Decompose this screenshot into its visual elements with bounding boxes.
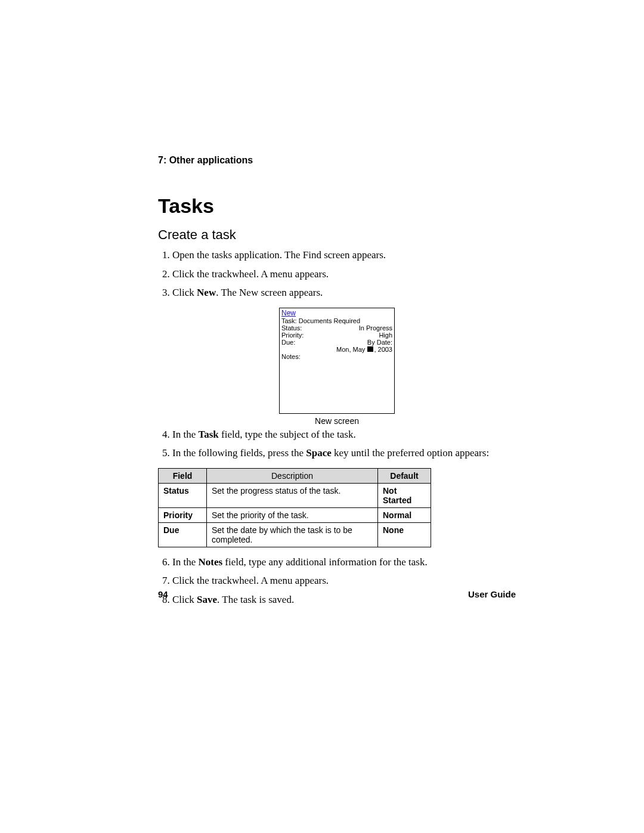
screenshot-label: Due:	[281, 339, 295, 346]
table-header: Default	[378, 468, 431, 483]
table-cell-default: Not Started	[378, 483, 431, 507]
step-item: In the following fields, press the Space…	[172, 445, 516, 461]
screenshot-date-row: Mon, May , 2003	[281, 346, 392, 353]
step-text: Click	[172, 287, 197, 298]
step-item: Click New. The New screen appears.	[172, 285, 516, 301]
page-footer: 94 User Guide	[158, 589, 516, 599]
step-item: Click the trackwheel. A menu appears.	[172, 573, 516, 589]
step-text: field, type the subject of the task.	[219, 429, 356, 440]
screenshot-caption: New screen	[158, 416, 516, 426]
screenshot-value: Documents Required	[299, 317, 360, 324]
section-title: Tasks	[158, 194, 516, 218]
date-prefix: Mon, May	[336, 346, 367, 353]
step-item: In the Task field, type the subject of t…	[172, 427, 516, 442]
step-bold: Notes	[198, 556, 222, 568]
table-header: Description	[207, 468, 378, 483]
step-text: Click the trackwheel. A menu appears.	[172, 575, 329, 586]
table-cell-desc: Set the date by which the task is to be …	[207, 522, 378, 547]
step-text: In the	[172, 556, 198, 568]
table-row: Due Set the date by which the task is to…	[159, 522, 431, 547]
document-page: 7: Other applications Tasks Create a tas…	[0, 0, 644, 833]
step-item: Open the tasks application. The Find scr…	[172, 247, 516, 263]
step-item: In the Notes field, type any additional …	[172, 555, 516, 570]
step-text: In the following fields, press the	[172, 447, 306, 459]
subsection-title: Create a task	[158, 227, 516, 243]
page-number: 94	[158, 589, 168, 599]
table-row: Priority Set the priority of the task. N…	[159, 507, 431, 522]
table-cell-field: Priority	[159, 507, 207, 522]
step-text: Open the tasks application. The Find scr…	[172, 249, 386, 261]
table-header-row: Field Description Default	[159, 468, 431, 483]
screenshot-label: Task:	[281, 317, 297, 324]
device-screenshot: New Task: Documents Required Status:In P…	[279, 308, 395, 414]
table-cell-field: Status	[159, 483, 207, 507]
step-text: key until the preferred option appears:	[332, 447, 489, 459]
table-header: Field	[159, 468, 207, 483]
steps-list-2: In the Task field, type the subject of t…	[158, 427, 516, 461]
screenshot-row: Status:In Progress	[281, 324, 392, 332]
step-bold: Space	[306, 447, 332, 459]
screenshot-value: By Date:	[367, 339, 392, 346]
table-cell-default: None	[378, 522, 431, 547]
screenshot-date: Mon, May , 2003	[336, 346, 392, 353]
table-cell-desc: Set the progress status of the task.	[207, 483, 378, 507]
screenshot-title: New	[281, 309, 392, 317]
table-cell-field: Due	[159, 522, 207, 547]
screenshot-row: Priority:High	[281, 332, 392, 339]
screenshot-figure: New Task: Documents Required Status:In P…	[158, 308, 516, 426]
screenshot-notes-row: Notes:	[281, 353, 392, 360]
doc-title-footer: User Guide	[468, 589, 516, 599]
screenshot-value: High	[379, 332, 392, 339]
step-text: Click the trackwheel. A menu appears.	[172, 268, 329, 280]
table-cell-desc: Set the priority of the task.	[207, 507, 378, 522]
step-text: In the	[172, 429, 198, 440]
step-item: Click the trackwheel. A menu appears.	[172, 267, 516, 282]
screenshot-row: Due:By Date:	[281, 339, 392, 346]
screenshot-task-row: Task: Documents Required	[281, 317, 392, 324]
screenshot-label: Priority:	[281, 332, 304, 339]
step-bold: Task	[198, 429, 218, 440]
screenshot-value: In Progress	[359, 324, 392, 332]
chapter-header: 7: Other applications	[158, 155, 516, 166]
table-cell-default: Normal	[378, 507, 431, 522]
step-text: . The New screen appears.	[216, 287, 323, 298]
calendar-icon	[367, 346, 373, 352]
steps-list-1: Open the tasks application. The Find scr…	[158, 247, 516, 301]
screenshot-label: Status:	[281, 324, 302, 332]
table-row: Status Set the progress status of the ta…	[159, 483, 431, 507]
step-text: field, type any additional information f…	[222, 556, 428, 568]
date-suffix: , 2003	[374, 346, 392, 353]
step-bold: New	[197, 287, 216, 298]
fields-table: Field Description Default Status Set the…	[158, 468, 431, 547]
